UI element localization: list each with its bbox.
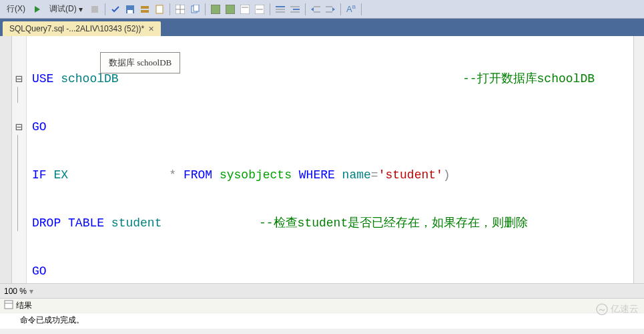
table2-icon[interactable]: [225, 4, 236, 15]
indent-left-icon[interactable]: [275, 4, 286, 15]
code-line: GO: [32, 263, 628, 279]
gutter-line: [17, 167, 26, 183]
separator: [270, 3, 270, 15]
vertical-scrollbar[interactable]: [633, 36, 644, 283]
collapse-icon[interactable]: ⊟: [12, 119, 26, 135]
separator: [205, 3, 206, 15]
copy-icon[interactable]: [190, 4, 200, 15]
svg-marker-25: [311, 7, 314, 11]
debug-menu[interactable]: 调试(D) ▾: [45, 2, 87, 16]
results-tab-bar: 结果: [0, 298, 644, 313]
gutter-line: [17, 183, 26, 199]
results-icon: [4, 300, 13, 311]
svg-rect-5: [141, 10, 149, 13]
left-margin: [0, 36, 12, 283]
page-icon[interactable]: [154, 4, 165, 15]
svg-rect-30: [5, 301, 13, 309]
check-icon[interactable]: [110, 4, 121, 15]
results-tab[interactable]: 结果: [16, 300, 32, 311]
svg-point-32: [597, 304, 607, 315]
save-icon[interactable]: [125, 4, 135, 15]
code-line: GO: [32, 119, 628, 135]
zoom-bar: 100 % ▾: [0, 283, 644, 298]
font-icon[interactable]: AB: [346, 4, 356, 15]
watermark: 亿速云: [596, 303, 639, 315]
gutter-line: [17, 135, 26, 151]
svg-marker-0: [35, 6, 40, 13]
table-icon[interactable]: [210, 4, 221, 15]
separator: [105, 3, 105, 15]
code-line: DROP TABLE student --检查student是否已经存在，如果存…: [32, 215, 628, 231]
tab-bar: SQLQuery7.sql -...2ALIV\10343 (52))* ✕: [0, 19, 644, 36]
options-icon[interactable]: [139, 4, 150, 15]
play-icon[interactable]: [32, 4, 43, 15]
svg-rect-3: [127, 10, 133, 13]
intellisense-tooltip: 数据库 schoolDB: [100, 52, 180, 73]
gutter-line: [17, 199, 26, 215]
separator: [361, 3, 362, 15]
dropdown-icon[interactable]: ▾: [29, 287, 33, 296]
svg-rect-6: [156, 5, 163, 13]
code-line: IF EXxxxxxxxxxxxxx * FROM sysobjects WHE…: [32, 167, 628, 183]
svg-rect-4: [141, 6, 149, 9]
svg-rect-13: [226, 5, 235, 14]
zoom-level[interactable]: 100 %: [4, 287, 27, 296]
svg-marker-28: [332, 7, 335, 11]
indent-icon[interactable]: [325, 4, 336, 15]
svg-rect-1: [91, 6, 98, 13]
execute-menu[interactable]: 行(X): [3, 2, 29, 16]
separator: [305, 3, 306, 15]
grid-icon[interactable]: [175, 4, 186, 15]
form2-icon[interactable]: [254, 4, 265, 15]
svg-rect-11: [194, 5, 199, 11]
indent-right-icon[interactable]: [290, 4, 300, 15]
code-gutter: ⊟ ⊟: [12, 36, 27, 283]
stop-icon[interactable]: [89, 4, 100, 15]
tab-close-icon[interactable]: ✕: [148, 25, 154, 33]
gutter-line: [17, 87, 26, 103]
collapse-icon[interactable]: ⊟: [12, 71, 26, 87]
main-toolbar: 行(X) 调试(D) ▾: [0, 0, 644, 19]
gutter-line: [17, 215, 26, 231]
tab-label: SQLQuery7.sql -...2ALIV\10343 (52))*: [9, 24, 144, 33]
gutter-line: [17, 151, 26, 167]
collapse-icon[interactable]: [12, 39, 26, 55]
editor-area: ⊟ ⊟ USE schoolDB --打开数据库schoolDB GO IF E…: [0, 36, 644, 283]
sql-file-tab[interactable]: SQLQuery7.sql -...2ALIV\10343 (52))* ✕: [3, 21, 161, 36]
separator: [170, 3, 170, 15]
outdent-icon[interactable]: [310, 4, 321, 15]
collapse-icon[interactable]: [12, 55, 26, 71]
collapse-icon[interactable]: [12, 103, 26, 119]
svg-rect-14: [240, 5, 250, 14]
svg-rect-12: [211, 5, 220, 14]
code-editor[interactable]: USE schoolDB --打开数据库schoolDB GO IF EXxxx…: [27, 36, 633, 283]
form-icon[interactable]: [240, 4, 250, 15]
result-message: 命令已成功完成。: [0, 313, 644, 329]
separator: [340, 3, 341, 15]
